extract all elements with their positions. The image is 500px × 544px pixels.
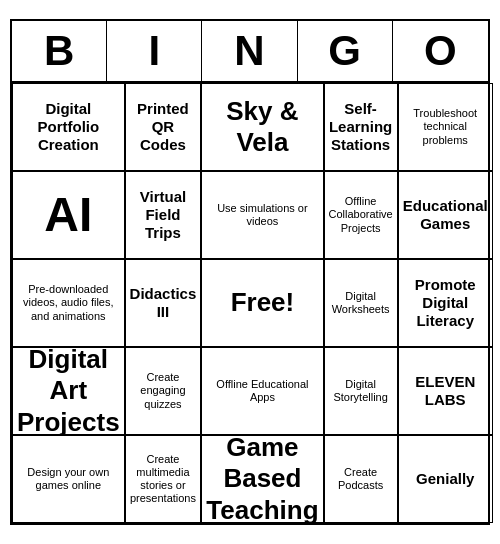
bingo-card: BINGO Digital Portfolio CreationPrinted …	[10, 19, 490, 525]
bingo-cell-20: Design your own games online	[12, 435, 125, 523]
bingo-cell-9: Educational Games	[398, 171, 493, 259]
header-letter-N: N	[202, 21, 297, 81]
bingo-cell-6: Virtual Field Trips	[125, 171, 202, 259]
bingo-cell-19: ELEVEN LABS	[398, 347, 493, 435]
bingo-cell-16: Create engaging quizzes	[125, 347, 202, 435]
bingo-grid: Digital Portfolio CreationPrinted QR Cod…	[12, 83, 488, 523]
header-letter-G: G	[298, 21, 393, 81]
bingo-cell-8: Offline Collaborative Projects	[324, 171, 398, 259]
bingo-cell-18: Digital Storytelling	[324, 347, 398, 435]
bingo-cell-7: Use simulations or videos	[201, 171, 323, 259]
bingo-cell-3: Self-Learning Stations	[324, 83, 398, 171]
bingo-cell-21: Create multimedia stories or presentatio…	[125, 435, 202, 523]
bingo-cell-23: Create Podcasts	[324, 435, 398, 523]
bingo-cell-17: Offline Educational Apps	[201, 347, 323, 435]
bingo-cell-11: Didactics III	[125, 259, 202, 347]
bingo-cell-2: Sky & Vela	[201, 83, 323, 171]
bingo-cell-5: AI	[12, 171, 125, 259]
bingo-cell-1: Printed QR Codes	[125, 83, 202, 171]
bingo-cell-13: Digital Worksheets	[324, 259, 398, 347]
bingo-cell-10: Pre-downloaded videos, audio files, and …	[12, 259, 125, 347]
bingo-cell-22: Game Based Teaching	[201, 435, 323, 523]
bingo-cell-24: Genially	[398, 435, 493, 523]
bingo-cell-0: Digital Portfolio Creation	[12, 83, 125, 171]
header-letter-I: I	[107, 21, 202, 81]
header-letter-B: B	[12, 21, 107, 81]
bingo-header: BINGO	[12, 21, 488, 83]
bingo-cell-4: Troubleshoot technical problems	[398, 83, 493, 171]
bingo-cell-12: Free!	[201, 259, 323, 347]
header-letter-O: O	[393, 21, 488, 81]
bingo-cell-15: Digital Art Projects	[12, 347, 125, 435]
bingo-cell-14: Promote Digital Literacy	[398, 259, 493, 347]
